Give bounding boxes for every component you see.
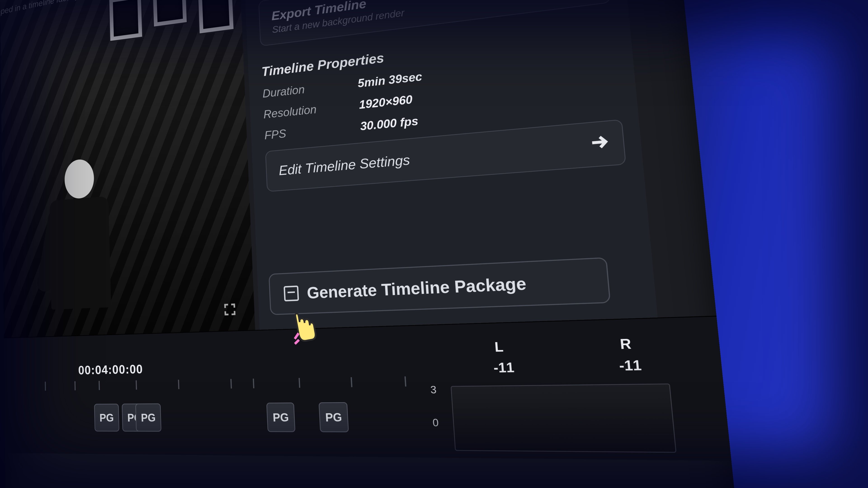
arrow-right-icon <box>588 133 609 155</box>
ruler-tick <box>98 381 100 390</box>
audio-scale-tick: 3 <box>430 384 437 396</box>
generate-timeline-package-button[interactable]: Generate Timeline Package <box>269 257 611 315</box>
audio-meter-panel: L R -11 -11 3 0 <box>417 326 686 456</box>
audio-left-value: -11 <box>493 359 515 376</box>
bg-person-silhouette <box>29 124 135 311</box>
timeline-panel: 00:04:00:00 L R -11 -11 3 0 PGPGPGPGPG <box>4 316 732 461</box>
audio-left-label: L <box>494 339 504 355</box>
ruler-tick <box>350 377 352 387</box>
timeline-ruler[interactable] <box>24 377 408 395</box>
fps-label: FPS <box>264 120 361 142</box>
ruler-tick <box>135 380 137 390</box>
ruler-tick <box>299 378 300 388</box>
inspector-panel: Unlocked Timeline Exports Export Timelin… <box>243 0 657 330</box>
package-icon <box>284 286 299 301</box>
expand-preview-button[interactable] <box>218 297 241 322</box>
resolution-label: Resolution <box>263 98 360 121</box>
expand-icon <box>223 303 236 316</box>
timecode-display: 00:04:00:00 <box>78 362 143 377</box>
generate-label: Generate Timeline Package <box>307 273 527 302</box>
audio-scale: 3 0 <box>430 384 439 429</box>
ruler-tick <box>74 381 75 390</box>
duration-label: Duration <box>262 77 358 101</box>
ruler-tick <box>253 379 254 388</box>
timeline-marker[interactable]: PG <box>318 402 349 432</box>
preview-panel: …pped in a timeline factory! <box>0 0 255 338</box>
timeline-marker[interactable]: PG <box>94 404 119 431</box>
audio-scale-tick: 0 <box>432 416 439 429</box>
ruler-tick <box>404 377 406 387</box>
ruler-tick <box>230 379 232 388</box>
timeline-marker[interactable]: PG <box>135 403 161 432</box>
edit-settings-label: Edit Timeline Settings <box>278 152 410 178</box>
ruler-tick <box>178 380 179 389</box>
timeline-marker[interactable]: PG <box>266 402 296 432</box>
ruler-tick <box>45 382 46 391</box>
audio-right-label: R <box>619 335 632 352</box>
audio-meter-grid <box>451 383 677 453</box>
audio-right-value: -11 <box>618 357 642 374</box>
